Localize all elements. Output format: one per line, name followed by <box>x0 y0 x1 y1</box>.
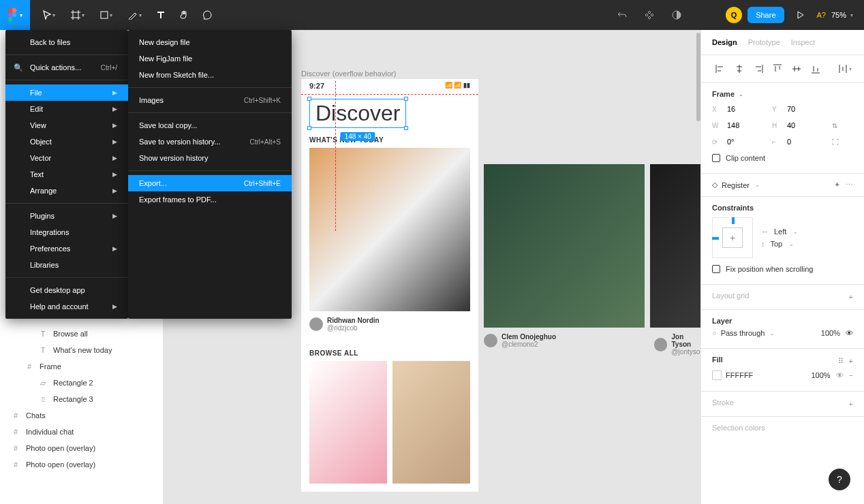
constraint-h[interactable]: Left <box>774 227 786 236</box>
add-stroke-icon[interactable]: + <box>849 400 853 408</box>
menu-arrange[interactable]: Arrange▶ <box>5 183 128 199</box>
input-x[interactable] <box>727 105 761 113</box>
fill-opacity[interactable]: 100% <box>811 371 830 379</box>
menu-quick-actions[interactable]: 🔍Quick actions...Ctrl+/ <box>5 59 128 76</box>
undo-icon[interactable] <box>611 4 633 26</box>
register-action-icon[interactable]: ✦ <box>834 180 840 189</box>
layer-photo-open-2[interactable]: #Photo open (overlay) <box>0 456 163 473</box>
expand-radius-icon[interactable]: ⛶ <box>832 138 839 146</box>
pen-tool[interactable]: ▾ <box>121 4 149 26</box>
tab-design[interactable]: Design <box>712 38 737 46</box>
menu-new-design[interactable]: New design file <box>128 34 292 50</box>
input-radius[interactable] <box>787 138 821 146</box>
menu-back-to-files[interactable]: Back to files <box>5 34 128 50</box>
menu-save-version[interactable]: Save to version history...Ctrl+Alt+S <box>128 133 292 150</box>
zoom-control[interactable]: 75%▾ <box>831 11 853 19</box>
menu-file[interactable]: File▶ <box>5 84 128 101</box>
link-dimensions-icon[interactable]: ⇅ <box>832 122 837 129</box>
layer-individual-chat[interactable]: #Individual chat <box>0 424 163 440</box>
menu-new-figjam[interactable]: New FigJam file <box>128 50 292 67</box>
menu-preferences[interactable]: Preferences▶ <box>5 240 128 257</box>
menu-text[interactable]: Text▶ <box>5 166 128 183</box>
align-right-icon[interactable] <box>750 61 767 77</box>
layer-rect3[interactable]: ▯Rectangle 3 <box>0 391 163 407</box>
layer-whats-new[interactable]: TWhat's new today <box>0 342 163 358</box>
constraint-v[interactable]: Top <box>771 240 783 248</box>
fill-hex[interactable]: FFFFFF <box>726 371 753 379</box>
discover-text-selected[interactable]: Discover 148 × 40 <box>309 99 406 128</box>
menu-save-local[interactable]: Save local copy... <box>128 117 292 133</box>
browse-image-1[interactable] <box>309 361 387 484</box>
comment-tool[interactable] <box>196 4 218 26</box>
input-w[interactable] <box>727 121 761 129</box>
phone-frame[interactable]: 9:27 📶 📶 ▮▮ Discover 148 × 40 WHAT'S NEW… <box>301 79 478 492</box>
register-label[interactable]: Register <box>722 181 750 189</box>
text-tool[interactable] <box>150 4 172 26</box>
layout-grid-title: Layout grid <box>712 292 749 300</box>
menu-edit[interactable]: Edit▶ <box>5 101 128 117</box>
layer-section-title: Layer <box>712 317 853 325</box>
add-layout-grid-icon[interactable]: + <box>849 293 853 301</box>
remove-fill-icon[interactable]: − <box>849 371 853 379</box>
tab-inspect[interactable]: Inspect <box>791 38 815 46</box>
share-button[interactable]: Share <box>747 7 784 23</box>
fill-swatch[interactable] <box>712 371 722 380</box>
input-y[interactable] <box>787 105 821 113</box>
input-rotation[interactable] <box>727 138 761 146</box>
layer-frame[interactable]: #Frame <box>0 358 163 375</box>
menu-new-sketch[interactable]: New from Sketch file... <box>128 67 292 83</box>
hand-tool[interactable] <box>173 4 195 26</box>
fix-position-checkbox[interactable] <box>712 265 720 273</box>
align-center-v-icon[interactable] <box>788 61 805 77</box>
canvas-scrollbar[interactable] <box>696 33 700 121</box>
image-card-2[interactable] <box>484 164 645 328</box>
a-badge: A? <box>817 11 826 19</box>
menu-integrations[interactable]: Integrations <box>5 224 128 240</box>
menu-object[interactable]: Object▶ <box>5 133 128 150</box>
user-avatar[interactable]: Q <box>726 7 742 23</box>
component-icon[interactable] <box>638 4 660 26</box>
register-more-icon[interactable]: ⋯ <box>846 180 853 189</box>
shape-tool[interactable]: ▾ <box>93 4 120 26</box>
frame-tool[interactable]: ▾ <box>64 4 91 26</box>
menu-get-desktop[interactable]: Get desktop app <box>5 282 128 298</box>
move-tool[interactable]: ▾ <box>35 4 63 26</box>
clip-content-checkbox[interactable] <box>712 154 720 162</box>
menu-help[interactable]: Help and account▶ <box>5 298 128 315</box>
align-bottom-icon[interactable] <box>807 61 824 77</box>
canvas-frame-label: Discover (overflow behavior) <box>301 69 396 78</box>
input-h[interactable] <box>787 121 821 129</box>
align-top-icon[interactable] <box>769 61 786 77</box>
present-icon[interactable] <box>790 4 812 26</box>
layer-rect2[interactable]: ▱Rectangle 2 <box>0 375 163 391</box>
blend-mode[interactable]: Pass through <box>721 329 765 337</box>
figma-logo-button[interactable]: ▾ <box>0 0 30 30</box>
constraint-widget[interactable]: + <box>712 217 753 258</box>
menu-export[interactable]: Export...Ctrl+Shift+E <box>128 175 292 191</box>
fill-visibility-icon[interactable]: 👁 <box>836 371 844 379</box>
distribute-icon[interactable]: ▾ <box>837 61 853 77</box>
menu-images[interactable]: ImagesCtrl+Shift+K <box>128 92 292 108</box>
layer-photo-open-1[interactable]: #Photo open (overlay) <box>0 440 163 456</box>
help-button[interactable]: ? <box>829 469 850 490</box>
menu-export-pdf[interactable]: Export frames to PDF... <box>128 191 292 208</box>
layer-opacity[interactable]: 100% <box>821 329 840 337</box>
image-card-1[interactable] <box>309 148 470 311</box>
tab-prototype[interactable]: Prototype <box>748 38 780 46</box>
mask-icon[interactable] <box>666 4 688 26</box>
menu-plugins[interactable]: Plugins▶ <box>5 208 128 224</box>
visibility-icon[interactable]: 👁 <box>846 329 853 337</box>
menu-view[interactable]: View▶ <box>5 117 128 133</box>
align-center-h-icon[interactable] <box>731 61 747 77</box>
browse-image-2[interactable] <box>392 361 470 484</box>
layer-chats[interactable]: #Chats <box>0 407 163 424</box>
layer-browse-all[interactable]: TBrowse all <box>0 326 163 342</box>
align-left-icon[interactable] <box>712 61 728 77</box>
menu-vector[interactable]: Vector▶ <box>5 150 128 166</box>
fill-style-icon[interactable]: ⠿ <box>838 357 844 366</box>
menu-libraries[interactable]: Libraries <box>5 257 128 273</box>
add-fill-icon[interactable]: + <box>849 357 853 366</box>
menu-show-history[interactable]: Show version history <box>128 150 292 166</box>
image-card-3[interactable] <box>650 164 700 328</box>
frame-section-title[interactable]: Frame⌄ <box>712 90 853 98</box>
